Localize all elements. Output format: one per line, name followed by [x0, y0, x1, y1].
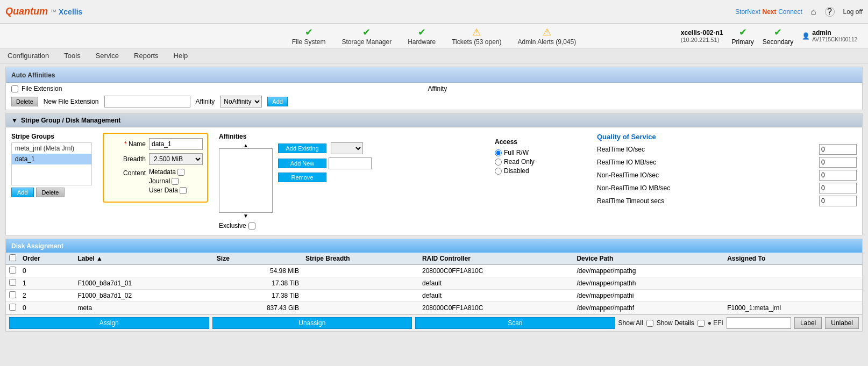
row-order: 0 [19, 265, 74, 277]
show-details-label: Show Details [657, 319, 694, 327]
nav-service[interactable]: Service [94, 51, 121, 61]
stornext-text: StorNext [735, 8, 760, 16]
full-rw-radio[interactable] [495, 149, 502, 156]
row-assigned [724, 277, 862, 290]
status-filesystem[interactable]: ✔ File System [292, 26, 326, 46]
add-new-button[interactable]: Add New [278, 159, 326, 168]
add-existing-button[interactable]: Add Existing [278, 143, 326, 153]
status-admin-alerts[interactable]: ⚠ Admin Alerts (9,045) [518, 26, 577, 46]
sg-item-meta[interactable]: meta_jrnl (Meta Jrnl) [12, 143, 91, 154]
qos-nrt-io-mb-label: Non-RealTime IO MB/sec [597, 184, 670, 192]
row-label: F1000_b8a7d1_02 [74, 290, 213, 302]
row-device: /dev/mapper/mpathi [573, 290, 724, 302]
row-raid: default [419, 277, 573, 290]
name-input[interactable] [149, 138, 203, 150]
scan-button[interactable]: Scan [415, 317, 615, 329]
qos-rt-timeout-input[interactable] [819, 196, 857, 206]
col-label-header[interactable]: Label ▲ [74, 253, 213, 265]
disabled-radio[interactable] [495, 168, 502, 175]
admin-alerts-label: Admin Alerts (9,045) [518, 38, 577, 46]
filesystem-icon: ✔ [305, 26, 313, 38]
nav-configuration[interactable]: Configuration [5, 51, 51, 61]
col-assigned-header[interactable]: Assigned To [724, 253, 862, 265]
home-icon[interactable]: ⌂ [811, 7, 816, 17]
col-order-header[interactable]: Order [19, 253, 74, 265]
row-order: 0 [19, 302, 74, 314]
unlabel-button[interactable]: Unlabel [825, 317, 859, 329]
delete-button[interactable]: Delete [11, 97, 38, 106]
unassign-button[interactable]: Unassign [212, 317, 412, 329]
file-ext-checkbox[interactable] [11, 85, 18, 92]
journal-checkbox[interactable] [172, 178, 179, 185]
affinities-title: Affinities [219, 133, 479, 140]
secondary-status: ✔ Secondary [763, 26, 793, 46]
remove-button[interactable]: Remove [278, 173, 326, 182]
row-check[interactable] [9, 267, 16, 274]
aff-down-arrow[interactable]: ▼ [243, 213, 248, 219]
metadata-checkbox[interactable] [177, 169, 184, 176]
label-button[interactable]: Label [794, 317, 822, 329]
nav-reports[interactable]: Reports [132, 51, 161, 61]
affinity-select[interactable]: NoAffinity [220, 96, 262, 107]
show-details-checkbox[interactable] [698, 320, 705, 327]
status-storage[interactable]: ✔ Storage Manager [341, 26, 392, 46]
access-label: Access [495, 138, 581, 146]
add-affinity-button[interactable]: Add [267, 97, 288, 106]
show-all-checkbox[interactable] [646, 320, 653, 327]
status-tickets[interactable]: ⚠ Tickets (53 open) [452, 26, 501, 46]
qos-nrt-io-mb-input[interactable] [819, 183, 857, 193]
sg-item-data1[interactable]: data_1 [12, 154, 91, 164]
efi-input[interactable] [727, 317, 791, 329]
col-device-header[interactable]: Device Path [573, 253, 724, 265]
qos-nrt-io-sec: Non-RealTime IO/sec [597, 170, 857, 181]
exclusive-checkbox[interactable] [248, 223, 255, 229]
server-name: xcellis-002-n1 [681, 29, 723, 37]
secondary-label: Secondary [763, 38, 793, 46]
aff-up-arrow[interactable]: ▲ [243, 142, 248, 148]
table-row: 1 F1000_b8a7d1_01 17.38 TiB default /dev… [6, 277, 862, 290]
status-hardware[interactable]: ✔ Hardware [408, 26, 436, 46]
stornext-link[interactable]: StorNext Next Connect [735, 8, 802, 16]
logoff-link[interactable]: Log off [843, 8, 863, 16]
brand-xcellis: Xcellis [59, 8, 82, 16]
efi-label: ● EFI [708, 319, 723, 327]
add-existing-select[interactable] [331, 142, 363, 154]
row-check[interactable] [9, 279, 16, 286]
col-raid-header[interactable]: RAID Controller [419, 253, 573, 265]
row-check[interactable] [9, 291, 16, 298]
qos-rt-io-sec: RealTime IO/sec [597, 144, 857, 155]
read-only-radio[interactable] [495, 159, 502, 166]
select-all-checkbox[interactable] [9, 254, 16, 261]
col-size-header[interactable]: Size [214, 253, 302, 265]
nav-tools[interactable]: Tools [62, 51, 82, 61]
add-new-input[interactable] [329, 157, 372, 169]
collapse-arrow[interactable]: ▼ [11, 117, 18, 124]
qos-rt-io-sec-input[interactable] [819, 144, 857, 155]
table-row: 0 meta 837.43 GiB 208000C0FF1A810C /dev/… [6, 302, 862, 314]
qos-rt-io-mb-input[interactable] [819, 157, 857, 168]
qos-nrt-io-sec-input[interactable] [819, 170, 857, 181]
userdata-checkbox[interactable] [180, 187, 187, 194]
exclusive-row: Exclusive [219, 222, 479, 229]
full-rw-label: Full R/W [504, 149, 529, 156]
new-ext-input[interactable] [104, 96, 190, 107]
row-stripe-breadth [302, 290, 419, 302]
col-stripe-breadth-header[interactable]: Stripe Breadth [302, 253, 419, 265]
row-device: /dev/mapper/mpathf [573, 302, 724, 314]
assign-button[interactable]: Assign [9, 317, 209, 329]
disabled-label: Disabled [504, 167, 529, 175]
auto-affinities-header: Auto Affinities [6, 67, 862, 83]
sg-add-button[interactable]: Add [11, 188, 34, 197]
breadth-select[interactable]: 2.500 MiB [149, 153, 203, 165]
table-row: 2 F1000_b8a7d1_02 17.38 TiB default /dev… [6, 290, 862, 302]
help-icon[interactable]: ? [825, 7, 835, 17]
main-content: Auto Affinities File Extension Affinity … [0, 67, 868, 337]
disabled-row: Disabled [495, 167, 581, 175]
sg-delete-button[interactable]: Delete [36, 188, 65, 197]
affinities-list[interactable] [219, 148, 273, 213]
nav-help[interactable]: Help [172, 51, 190, 61]
row-stripe-breadth [302, 265, 419, 277]
row-check[interactable] [9, 304, 16, 311]
qos-nrt-io-sec-label: Non-RealTime IO/sec [597, 171, 659, 179]
stripe-group-header: ▼ Stripe Group / Disk Management [6, 114, 862, 127]
